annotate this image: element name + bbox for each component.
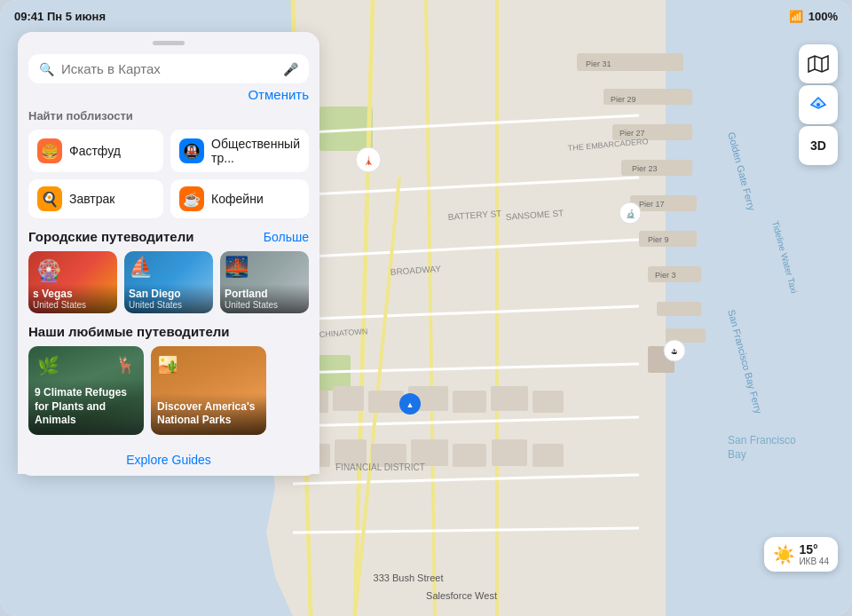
status-bar: 09:41 Пн 5 июня 📶 100% (0, 0, 852, 32)
svg-rect-24 (657, 302, 701, 316)
svg-rect-40 (532, 444, 564, 467)
weather-icon: ☀️ (773, 544, 795, 565)
search-bar[interactable]: 🔍 🎤 (28, 54, 309, 83)
nearby-section-title: Найти поблизости (18, 109, 320, 130)
cancel-button[interactable]: Отменить (248, 87, 309, 102)
guides-section: Наши любимые путеводители 🌿 🦌 9 Climate … (18, 324, 320, 446)
svg-rect-33 (532, 391, 564, 413)
guides-section-header: Наши любимые путеводители (18, 324, 320, 346)
city-guide-sandiego[interactable]: ⛵ San Diego United States (124, 251, 213, 313)
wifi-icon: 📶 (789, 10, 803, 23)
city-guides-row: 🎡 s Vegas United States ⛵ San Diego Unit… (18, 251, 320, 324)
category-coffee[interactable]: ☕ Кофейни (170, 179, 309, 218)
vegas-country: United States (33, 300, 113, 310)
svg-rect-32 (491, 386, 528, 411)
status-time: 09:41 Пн 5 июня (14, 10, 106, 23)
city-guides-title: Городские путеводители (28, 229, 193, 244)
transit-icon: 🚇 (179, 138, 204, 163)
drag-handle[interactable] (153, 41, 185, 45)
sandiego-name: San Diego (129, 288, 209, 300)
search-input[interactable] (61, 61, 276, 76)
city-guide-vegas[interactable]: 🎡 s Vegas United States (28, 251, 117, 313)
svg-text:▲: ▲ (406, 400, 414, 409)
more-link[interactable]: Больше (264, 230, 309, 244)
svg-rect-29 (368, 391, 404, 413)
3d-button[interactable]: 3D (799, 126, 838, 165)
svg-text:Pier 31: Pier 31 (586, 59, 611, 68)
category-breakfast[interactable]: 🍳 Завтрак (28, 179, 163, 218)
guide-national-parks[interactable]: 🏜️ Discover America's National Parks (151, 346, 266, 435)
svg-text:🗼: 🗼 (363, 154, 375, 166)
search-panel: 🔍 🎤 Отменить Найти поблизости 🍔 Фастфуд … (18, 32, 320, 476)
portland-country: United States (225, 300, 304, 310)
aqi: ИКВ 44 (799, 557, 829, 566)
breakfast-label: Завтрак (69, 192, 114, 206)
svg-text:FINANCIAL DISTRICT: FINANCIAL DISTRICT (335, 462, 425, 472)
city-guide-portland[interactable]: 🌉 Portland United States (220, 251, 309, 313)
vegas-name: s Vegas (33, 288, 113, 300)
map-controls: 3D (799, 44, 838, 165)
map-view-button[interactable] (799, 44, 838, 83)
guides-cards-row: 🌿 🦌 9 Climate Refuges for Plants and Ani… (18, 346, 320, 435)
svg-rect-39 (492, 439, 527, 466)
microphone-icon[interactable]: 🎤 (283, 62, 298, 76)
svg-text:Pier 29: Pier 29 (611, 95, 636, 104)
svg-point-71 (816, 103, 820, 107)
status-indicators: 📶 100% (789, 10, 838, 23)
national-parks-title: Discover America's National Parks (157, 400, 260, 428)
svg-text:Pier 3: Pier 3 (655, 271, 676, 280)
categories-grid: 🍔 Фастфуд 🚇 Общественный тр... 🍳 Завтрак… (18, 130, 320, 229)
weather-badge: ☀️ 15° ИКВ 44 (764, 537, 838, 572)
svg-rect-31 (453, 391, 486, 413)
guide-climate[interactable]: 🌿 🦌 9 Climate Refuges for Plants and Ani… (28, 346, 144, 435)
svg-text:Pier 17: Pier 17 (639, 200, 665, 209)
svg-text:⛴: ⛴ (671, 348, 678, 356)
sandiego-country: United States (129, 300, 209, 310)
svg-text:Salesforce West: Salesforce West (426, 590, 497, 601)
explore-guides-bar[interactable]: Explore Guides (18, 446, 320, 474)
svg-text:Pier 9: Pier 9 (648, 235, 669, 244)
fastfood-icon: 🍔 (37, 138, 62, 163)
guides-section-title: Наши любимые путеводители (28, 324, 230, 339)
svg-text:Bay: Bay (728, 448, 746, 461)
svg-text:Pier 27: Pier 27 (619, 129, 645, 138)
city-guides-header: Городские путеводители Больше (18, 229, 320, 251)
breakfast-icon: 🍳 (37, 186, 62, 211)
coffee-icon: ☕ (179, 186, 204, 211)
fastfood-label: Фастфуд (69, 144, 121, 158)
climate-guide-title: 9 Climate Refuges for Plants and Animals (35, 386, 138, 428)
coffee-label: Кофейни (211, 192, 264, 206)
svg-rect-28 (333, 386, 364, 411)
device-frame: BATTERY ST SANSOME ST THE EMBARCADERO FI… (0, 0, 852, 616)
portland-name: Portland (225, 288, 304, 300)
svg-text:Pier 23: Pier 23 (632, 164, 658, 173)
svg-rect-38 (453, 444, 486, 467)
battery-indicator: 100% (809, 10, 838, 23)
svg-text:San Francisco: San Francisco (728, 434, 796, 446)
svg-text:333 Bush Street: 333 Bush Street (374, 573, 444, 583)
category-fastfood[interactable]: 🍔 Фастфуд (28, 130, 163, 172)
temperature: 15° (799, 542, 829, 557)
search-icon: 🔍 (39, 62, 54, 76)
transit-label: Общественный тр... (211, 137, 300, 165)
category-transit[interactable]: 🚇 Общественный тр... (170, 130, 309, 172)
location-button[interactable] (799, 85, 838, 124)
svg-text:🔬: 🔬 (626, 209, 636, 219)
